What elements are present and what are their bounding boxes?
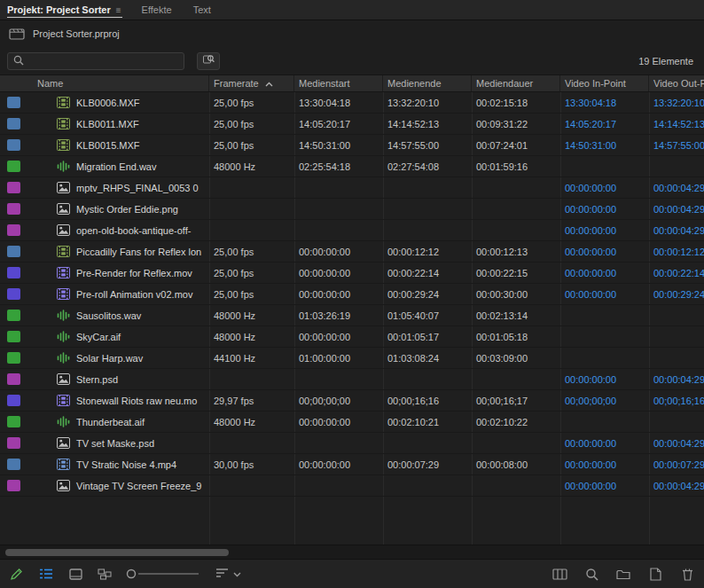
icon-view-icon[interactable] xyxy=(67,565,83,583)
freeform-view-icon[interactable] xyxy=(97,565,113,583)
video-out-cell: 13:32:20:10 xyxy=(649,98,704,108)
column-name[interactable]: Name xyxy=(27,75,209,91)
table-row[interactable]: Mystic Order Eddie.png 00:00:00:00 00:00… xyxy=(0,199,704,220)
label-chip[interactable] xyxy=(7,203,20,215)
label-chip[interactable] xyxy=(7,416,20,427)
list-view-icon[interactable] xyxy=(38,565,54,583)
medienstart-cell: 00:00:00:00 xyxy=(294,332,383,342)
medienende-cell: 00:00:22:14 xyxy=(383,268,472,278)
label-chip[interactable] xyxy=(7,480,20,491)
table-row[interactable]: TV set Maske.psd 00:00:00:00 00:00:04:29 xyxy=(0,433,704,454)
video-in-cell: 00:00:00:00 xyxy=(560,438,649,449)
new-item-icon[interactable] xyxy=(647,565,663,583)
tab-effekte[interactable]: Effekte xyxy=(131,0,183,20)
column-framerate[interactable]: Framerate xyxy=(209,75,294,91)
video-in-cell: 00:00:00:00 xyxy=(560,247,649,257)
label-chip[interactable] xyxy=(7,373,20,385)
label-chip[interactable] xyxy=(7,437,20,449)
project-writable-pen-icon[interactable] xyxy=(9,565,25,583)
column-mediendauer[interactable]: Mediendauer xyxy=(472,75,560,91)
medienende-cell: 01:05:40:07 xyxy=(383,310,472,321)
label-chip[interactable] xyxy=(7,161,20,172)
name-cell: KLB0011.MXF xyxy=(27,118,209,129)
label-chip[interactable] xyxy=(7,97,20,108)
label-chip[interactable] xyxy=(7,459,20,470)
framerate-cell: 25,00 fps xyxy=(209,119,294,129)
find-magnifier-icon[interactable] xyxy=(583,565,599,583)
medienstart-cell: 00:00:00:00 xyxy=(294,459,383,470)
label-chip[interactable] xyxy=(7,182,20,193)
tab-text[interactable]: Text xyxy=(183,0,222,20)
item-name: Stern.psd xyxy=(76,374,118,385)
table-row[interactable]: KLB0015.MXF 25,00 fps 14:50:31:00 14:57:… xyxy=(0,135,704,156)
label-chip[interactable] xyxy=(7,224,20,236)
delete-trash-icon[interactable] xyxy=(679,565,695,583)
media-type-icon xyxy=(57,182,70,193)
zoom-slider[interactable] xyxy=(126,565,202,583)
table-row[interactable]: Stonewall Riots raw neu.mo 29,97 fps 00;… xyxy=(0,390,704,412)
label-chip[interactable] xyxy=(7,395,20,406)
name-cell: Pre-Render for Reflex.mov xyxy=(27,267,209,278)
table-row[interactable]: Pre-Render for Reflex.mov 25,00 fps 00:0… xyxy=(0,263,704,284)
label-chip[interactable] xyxy=(7,246,20,257)
name-cell: Solar Harp.wav xyxy=(27,352,209,364)
table-row[interactable]: Stern.psd 00:00:00:00 00:00:04:29 xyxy=(0,369,704,390)
media-type-icon xyxy=(57,288,70,300)
video-in-cell: 13:30:04:18 xyxy=(560,98,649,108)
scrollbar-thumb[interactable] xyxy=(5,549,229,556)
label-chip[interactable] xyxy=(7,288,20,300)
horizontal-scrollbar[interactable] xyxy=(0,545,704,559)
label-chip[interactable] xyxy=(7,331,20,342)
find-button[interactable] xyxy=(197,52,220,70)
table-row[interactable]: Migration End.wav 48000 Hz 02:25:54:18 0… xyxy=(0,156,704,177)
label-chip[interactable] xyxy=(7,310,20,321)
mediendauer-cell: 00:00:08:00 xyxy=(472,459,560,470)
table-row[interactable]: Solar Harp.wav 44100 Hz 01:00:00:00 01:0… xyxy=(0,348,704,369)
video-out-cell: 00;00;16;16 xyxy=(649,396,704,406)
search-box[interactable] xyxy=(7,52,184,70)
column-medienende[interactable]: Medienende xyxy=(383,75,472,91)
medienstart-cell: 01:03:26:19 xyxy=(294,310,383,321)
table-row[interactable]: mptv_RHPS_FINAL_0053 0 00:00:00:00 00:00… xyxy=(0,177,704,199)
video-out-cell: 00:00:12:12 xyxy=(649,247,704,257)
column-video-out-point[interactable]: Video Out-Point xyxy=(649,75,704,91)
column-medienstart[interactable]: Medienstart xyxy=(294,75,383,91)
item-name: KLB0015.MXF xyxy=(76,140,140,151)
new-bin-folder-icon[interactable] xyxy=(615,565,631,583)
table-row[interactable]: open-old-book-antique-off- 00:00:00:00 0… xyxy=(0,220,704,241)
mediendauer-cell: 00:01:59:16 xyxy=(472,161,560,172)
table-row[interactable]: Sausolitos.wav 48000 Hz 01:03:26:19 01:0… xyxy=(0,305,704,326)
table-row[interactable]: SkyCar.aif 48000 Hz 00:00:00:00 00:01:05… xyxy=(0,326,704,348)
table-row[interactable]: KLB0006.MXF 25,00 fps 13:30:04:18 13:32:… xyxy=(0,92,704,114)
media-type-icon xyxy=(57,331,70,342)
name-cell: Stern.psd xyxy=(27,373,209,385)
table-row[interactable]: Piccadilly Fans for Reflex lon 25,00 fps… xyxy=(0,241,704,263)
automate-to-sequence-icon[interactable] xyxy=(551,565,567,583)
project-breadcrumb[interactable]: Project Sorter.prproj xyxy=(0,20,704,47)
tab-projekt[interactable]: Projekt: Project Sorter ≡ xyxy=(7,0,131,20)
table-row[interactable]: KLB0011.MXF 25,00 fps 14:05:20:17 14:14:… xyxy=(0,114,704,135)
column-video-in-point[interactable]: Video In-Point xyxy=(560,75,649,91)
medienende-cell: 02:27:54:08 xyxy=(383,161,472,172)
video-out-cell: 14:57:55:00 xyxy=(649,140,704,151)
label-chip[interactable] xyxy=(7,352,20,364)
search-input[interactable] xyxy=(28,56,178,67)
panel-menu-icon[interactable]: ≡ xyxy=(116,5,121,15)
label-chip[interactable] xyxy=(7,267,20,278)
name-cell: Pre-roll Animation v02.mov xyxy=(27,288,209,300)
table-row[interactable]: TV Stratic Noise 4.mp4 30,00 fps 00:00:0… xyxy=(0,454,704,475)
table-row[interactable]: Pre-roll Animation v02.mov 25,00 fps 00:… xyxy=(0,284,704,305)
label-chip[interactable] xyxy=(7,139,20,151)
label-chip[interactable] xyxy=(7,118,20,129)
label-chip-cell xyxy=(0,416,27,427)
name-cell: mptv_RHPS_FINAL_0053 0 xyxy=(27,182,209,193)
sort-order-control[interactable] xyxy=(215,568,241,580)
video-in-cell: 00:00:00:00 xyxy=(560,225,649,236)
video-in-cell: 00:00:00:00 xyxy=(560,268,649,278)
media-type-icon xyxy=(57,203,70,215)
table-row[interactable]: Thunderbeat.aif 48000 Hz 00:00:00:00 00:… xyxy=(0,412,704,433)
name-cell: Mystic Order Eddie.png xyxy=(27,203,209,215)
table-row[interactable]: Vintage TV Screen Freeze_9 00:00:00:00 0… xyxy=(0,475,704,497)
video-out-cell: 00:00:04:29 xyxy=(649,481,704,491)
framerate-cell: 29,97 fps xyxy=(209,396,294,406)
